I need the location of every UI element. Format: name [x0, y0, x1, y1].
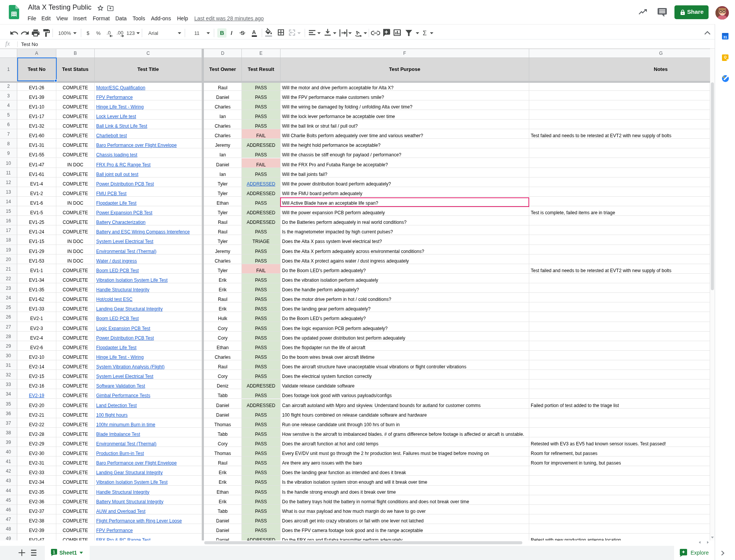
svg-text:1: 1 [53, 550, 55, 554]
svg-text:31: 31 [723, 35, 727, 39]
